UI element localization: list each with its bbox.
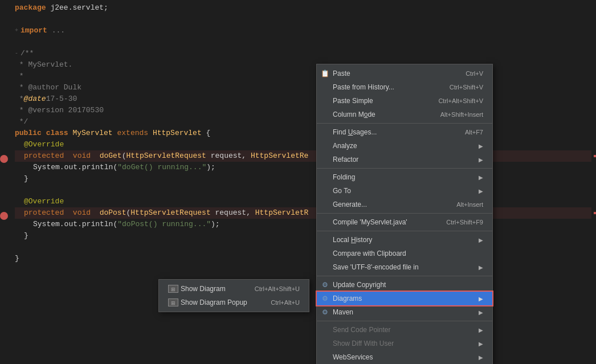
code-line-5: - /** bbox=[15, 48, 591, 59]
show-diagram-popup-small-icon: ⊞ bbox=[168, 298, 178, 306]
maven-icon: ⚙ bbox=[320, 308, 329, 317]
menu-item-paste[interactable]: 📋 Paste Ctrl+V bbox=[317, 67, 492, 80]
save-encoded-label: Save 'UTF-8'-encoded file in bbox=[333, 263, 419, 271]
code-line-17 bbox=[15, 185, 591, 196]
code-line-20: System.out.println("doPost() running..."… bbox=[15, 219, 591, 230]
compare-clipboard-label: Compare with Clipboard bbox=[333, 250, 406, 257]
paste-label: Paste bbox=[333, 69, 350, 77]
generate-shortcut: Alt+Insert bbox=[456, 201, 483, 208]
keyword: package bbox=[15, 2, 46, 14]
code-line-8: * @author Dulk bbox=[15, 82, 591, 93]
menu-item-find-usages[interactable]: Find Usages... Alt+F7 bbox=[317, 125, 492, 139]
separator-1 bbox=[317, 123, 492, 124]
webservices-label: WebServices bbox=[333, 353, 373, 361]
code-line-3: + import ... bbox=[15, 25, 591, 36]
webservices-arrow: ▶ bbox=[479, 354, 483, 361]
separator-6 bbox=[317, 321, 492, 321]
code-line-11: */ bbox=[15, 116, 591, 128]
compile-shortcut: Ctrl+Shift+F9 bbox=[446, 219, 483, 226]
analyze-label: Analyze bbox=[333, 142, 357, 150]
menu-item-show-diff-user: Show Diff With User ▶ bbox=[317, 337, 492, 350]
folding-arrow: ▶ bbox=[479, 174, 483, 181]
code-line-15: System.out.println("doGet() running...")… bbox=[15, 162, 591, 173]
paste-history-label: Paste from History... bbox=[333, 83, 394, 91]
code-line-23: } bbox=[15, 253, 591, 264]
menu-item-refactor[interactable]: Refactor ▶ bbox=[317, 153, 492, 166]
show-diagram-popup-label: Show Diagram Popup bbox=[181, 298, 247, 306]
menu-item-paste-history[interactable]: Paste from History... Ctrl+Shift+V bbox=[317, 80, 492, 94]
paste-shortcut: Ctrl+V bbox=[466, 70, 483, 77]
menu-item-update-copyright[interactable]: ⚙ Update Copyright bbox=[317, 278, 492, 292]
breakpoint-1 bbox=[0, 155, 8, 163]
find-usages-shortcut: Alt+F7 bbox=[465, 129, 483, 136]
menu-item-save-encoded[interactable]: Save 'UTF-8'-encoded file in ▶ bbox=[317, 260, 492, 274]
maven-label: Maven bbox=[333, 308, 353, 316]
code-line-10: * @version 20170530 bbox=[15, 105, 591, 116]
code-line-9: * @date 17-5-30 bbox=[15, 93, 591, 105]
local-history-label: Local History bbox=[333, 236, 372, 244]
send-code-pointer-arrow: ▶ bbox=[479, 327, 483, 333]
paste-simple-label: Paste Simple bbox=[333, 97, 373, 105]
code-line-6: * MyServlet. bbox=[15, 59, 591, 71]
diagrams-submenu: ⊞ Show Diagram Ctrl+Alt+Shift+U ⊞ Show D… bbox=[158, 279, 309, 312]
code-line-14: protected void doGet(HttpServletRequest … bbox=[15, 150, 591, 162]
menu-item-maven[interactable]: ⚙ Maven ▶ bbox=[317, 305, 492, 319]
diagrams-arrow: ▶ bbox=[479, 296, 483, 302]
refactor-label: Refactor bbox=[333, 156, 358, 163]
goto-arrow: ▶ bbox=[479, 188, 483, 194]
sub-menu-item-show-diagram[interactable]: ⊞ Show Diagram Ctrl+Alt+Shift+U bbox=[159, 282, 309, 296]
separator-5 bbox=[317, 276, 492, 276]
separator-4 bbox=[317, 231, 492, 231]
update-copyright-label: Update Copyright bbox=[333, 281, 386, 289]
menu-item-webservices[interactable]: WebServices ▶ bbox=[317, 350, 492, 364]
show-diagram-small-icon: ⊞ bbox=[168, 285, 178, 293]
breakpoint-2 bbox=[0, 212, 8, 220]
code-line-4 bbox=[15, 36, 591, 48]
code-line-1: package j2ee.servlet; bbox=[15, 2, 591, 14]
menu-item-compile[interactable]: Compile 'MyServlet.java' Ctrl+Shift+F9 bbox=[317, 215, 492, 229]
right-indicator-1 bbox=[594, 155, 596, 157]
show-diff-user-arrow: ▶ bbox=[479, 341, 483, 347]
menu-item-analyze[interactable]: Analyze ▶ bbox=[317, 139, 492, 153]
separator-2 bbox=[317, 168, 492, 169]
menu-item-column-mode[interactable]: Column Mode Alt+Shift+Insert bbox=[317, 108, 492, 121]
paste-icon: 📋 bbox=[320, 69, 329, 78]
show-diff-user-label: Show Diff With User bbox=[333, 340, 394, 347]
menu-item-folding[interactable]: Folding ▶ bbox=[317, 170, 492, 184]
code-line-22 bbox=[15, 242, 591, 253]
show-diagram-label: Show Diagram bbox=[181, 285, 226, 293]
column-mode-label: Column Mode bbox=[333, 111, 375, 118]
context-menu: 📋 Paste Ctrl+V Paste from History... Ctr… bbox=[316, 64, 493, 364]
update-copyright-icon: ⚙ bbox=[320, 280, 329, 289]
code-line-2 bbox=[15, 14, 591, 25]
goto-label: Go To bbox=[333, 187, 351, 195]
code-line-16: } bbox=[15, 173, 591, 185]
generate-label: Generate... bbox=[333, 201, 367, 208]
diagrams-label: Diagrams bbox=[333, 295, 362, 302]
code-line-19: protected void doPost(HttpServletRequest… bbox=[15, 207, 591, 219]
menu-item-local-history[interactable]: Local History ▶ bbox=[317, 233, 492, 247]
diagrams-icon: ⚙ bbox=[320, 294, 329, 303]
save-encoded-arrow: ▶ bbox=[479, 264, 483, 271]
analyze-arrow: ▶ bbox=[479, 143, 483, 149]
code-line-13: @Override bbox=[15, 139, 591, 150]
maven-arrow: ▶ bbox=[479, 309, 483, 316]
column-mode-shortcut: Alt+Shift+Insert bbox=[440, 111, 483, 118]
menu-item-diagrams[interactable]: ⚙ Diagrams ▶ bbox=[317, 292, 492, 305]
code-line-7: * bbox=[15, 71, 591, 82]
menu-item-generate[interactable]: Generate... Alt+Insert bbox=[317, 198, 492, 211]
folding-label: Folding bbox=[333, 173, 355, 181]
menu-item-paste-simple[interactable]: Paste Simple Ctrl+Alt+Shift+V bbox=[317, 94, 492, 108]
menu-item-goto[interactable]: Go To ▶ bbox=[317, 184, 492, 198]
sub-menu-item-show-diagram-popup[interactable]: ⊞ Show Diagram Popup Ctrl+Alt+U bbox=[159, 296, 309, 309]
menu-item-compare-clipboard[interactable]: Compare with Clipboard bbox=[317, 247, 492, 260]
local-history-arrow: ▶ bbox=[479, 237, 483, 243]
code-line-12: public class MyServlet extends HttpServl… bbox=[15, 128, 591, 139]
compile-label: Compile 'MyServlet.java' bbox=[333, 218, 407, 226]
separator-3 bbox=[317, 213, 492, 214]
paste-simple-shortcut: Ctrl+Alt+Shift+V bbox=[438, 97, 483, 104]
menu-item-send-code-pointer: Send Code Pointer ▶ bbox=[317, 323, 492, 337]
refactor-arrow: ▶ bbox=[479, 157, 483, 163]
show-diagram-popup-shortcut: Ctrl+Alt+U bbox=[271, 299, 300, 306]
send-code-pointer-label: Send Code Pointer bbox=[333, 326, 390, 334]
